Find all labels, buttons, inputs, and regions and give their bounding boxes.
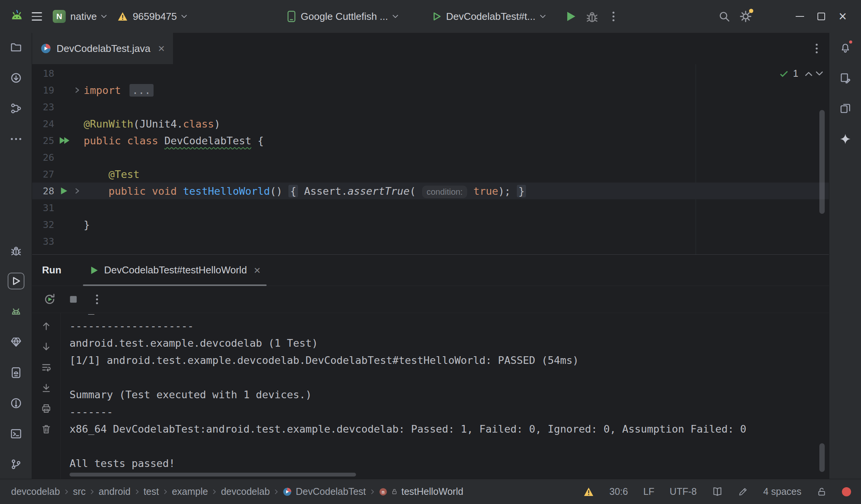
- code-line[interactable]: 18: [32, 65, 829, 82]
- debug-tool-button[interactable]: [8, 242, 24, 259]
- code-line[interactable]: 33: [32, 233, 829, 250]
- code-token: [84, 168, 108, 180]
- breadcrumb-item[interactable]: devcodelab: [11, 486, 60, 497]
- fold-chevron-icon[interactable]: [73, 187, 81, 195]
- version-control-tool-button[interactable]: [8, 456, 24, 473]
- indent-style[interactable]: 4 spaces: [763, 486, 801, 497]
- commit-tool-button[interactable]: [8, 69, 24, 86]
- terminal-tool-button[interactable]: [8, 425, 24, 442]
- code-line[interactable]: 32}: [32, 216, 829, 233]
- breadcrumb-item[interactable]: android: [99, 486, 130, 497]
- notifications-button[interactable]: [837, 39, 854, 56]
- problems-tool-button[interactable]: [8, 395, 24, 412]
- scroll-to-end-button[interactable]: [40, 382, 52, 394]
- project-tool-button[interactable]: [8, 39, 24, 56]
- debug-tool-icon: [10, 245, 22, 256]
- code-line[interactable]: 25public class DevCodelabTest {: [32, 132, 829, 149]
- structure-tool-button[interactable]: [8, 100, 24, 117]
- breadcrumb-item[interactable]: src: [73, 486, 86, 497]
- run-tool-button[interactable]: [8, 273, 24, 289]
- running-devices-button[interactable]: [837, 100, 854, 117]
- layout-inspector-button[interactable]: [837, 69, 854, 86]
- run-gutter-icon[interactable]: [59, 186, 69, 196]
- console-more-button[interactable]: [88, 290, 106, 309]
- unlock-icon: [817, 487, 827, 497]
- editor-tab-title: DevCodelabTest.java: [57, 43, 151, 55]
- code-token: @Test: [108, 168, 139, 180]
- stop-button[interactable]: [64, 290, 83, 309]
- rerun-button[interactable]: [40, 290, 59, 309]
- device-selector[interactable]: Google Cuttlefish ...: [282, 6, 403, 26]
- tab-options-button[interactable]: [815, 42, 818, 55]
- breadcrumb-item[interactable]: devcodelab: [221, 486, 270, 497]
- breadcrumb-item[interactable]: testHelloWorld: [401, 486, 463, 497]
- minimize-button[interactable]: [789, 6, 811, 27]
- code-token: ): [214, 118, 220, 130]
- stop-icon: [68, 294, 79, 305]
- highlighting-level-button[interactable]: [738, 487, 748, 497]
- run-tab[interactable]: DevCodelabTest#testHelloWorld ×: [83, 255, 267, 286]
- vcs-widget[interactable]: 9659b475: [112, 7, 192, 26]
- debug-button[interactable]: [581, 6, 603, 27]
- up-stack-trace-button[interactable]: [40, 320, 52, 332]
- analysis-status-button[interactable]: [583, 487, 594, 497]
- run-configuration-selector[interactable]: DevCodelabTest#t...: [426, 7, 551, 26]
- file-encoding[interactable]: UTF-8: [670, 486, 697, 497]
- more-actions-button[interactable]: [603, 6, 624, 27]
- print-button[interactable]: [40, 402, 52, 415]
- run-gutter-icon[interactable]: [59, 136, 70, 145]
- console-line: [70, 438, 829, 455]
- down-stack-trace-button[interactable]: [40, 341, 52, 353]
- editor-tab[interactable]: DevCodelabTest.java ×: [32, 33, 173, 64]
- logcat-tool-button[interactable]: [8, 303, 24, 320]
- code-line[interactable]: 19import ...: [32, 82, 829, 99]
- more-tool-windows-button[interactable]: [8, 131, 24, 147]
- run-button[interactable]: [560, 6, 581, 27]
- left-bar-top-group: [8, 33, 24, 147]
- search-everywhere-button[interactable]: [714, 6, 735, 27]
- console-line: Summary (Test executed with 1 devices.): [70, 386, 829, 403]
- code-line[interactable]: 23: [32, 99, 829, 115]
- breadcrumb-item[interactable]: DevCodelabTest: [296, 486, 366, 497]
- code-area[interactable]: 1819import ...2324@RunWith(JUnit4.class)…: [32, 65, 829, 250]
- project-widget[interactable]: N native: [47, 6, 112, 27]
- code-line[interactable]: 26: [32, 149, 829, 166]
- editor[interactable]: 1819import ...2324@RunWith(JUnit4.class)…: [32, 64, 829, 254]
- code-token: true: [473, 185, 498, 197]
- run-tab-close-icon[interactable]: ×: [254, 265, 261, 276]
- clear-console-button[interactable]: [40, 423, 52, 435]
- file-lock-button[interactable]: [817, 487, 827, 497]
- code-line[interactable]: 31: [32, 199, 829, 216]
- console-h-scrollbar[interactable]: [70, 473, 356, 477]
- console-viewport[interactable]: x86_64 DevCodelabTest-------------------…: [61, 313, 829, 479]
- search-icon: [718, 10, 730, 23]
- soft-wrap-button[interactable]: [40, 361, 52, 373]
- notification-badge-dot: [848, 40, 853, 44]
- console-line: All tests passed!: [70, 455, 829, 472]
- profile-button[interactable]: [756, 6, 778, 27]
- code-line[interactable]: 27 @Test: [32, 166, 829, 183]
- close-button[interactable]: ×: [832, 6, 853, 27]
- breadcrumb-item[interactable]: test: [144, 486, 159, 497]
- gemini-button[interactable]: [837, 131, 854, 147]
- next-problem-button[interactable]: [816, 71, 823, 76]
- device-manager-tool-button[interactable]: [8, 364, 24, 381]
- main-menu-button[interactable]: [26, 6, 47, 27]
- editor-scrollbar[interactable]: [819, 110, 825, 214]
- tab-close-icon[interactable]: ×: [158, 43, 165, 54]
- console-v-scrollbar[interactable]: [819, 443, 825, 472]
- fold-chevron-icon[interactable]: [73, 86, 81, 94]
- app-insights-tool-button[interactable]: [8, 334, 24, 351]
- settings-button[interactable]: [735, 6, 756, 27]
- breadcrumb-item[interactable]: example: [172, 486, 208, 497]
- console-output[interactable]: x86_64 DevCodelabTest-------------------…: [70, 313, 829, 472]
- code-line[interactable]: 24@RunWith(JUnit4.class): [32, 115, 829, 132]
- reader-mode-button[interactable]: [712, 487, 723, 497]
- caret-position[interactable]: 30:6: [609, 486, 628, 497]
- error-notification-dot[interactable]: [842, 487, 851, 496]
- code-line[interactable]: 28 public void testHelloWorld() { Assert…: [32, 183, 829, 199]
- prev-problem-button[interactable]: [805, 71, 812, 76]
- maximize-button[interactable]: [811, 6, 832, 27]
- run-panel-title: Run: [42, 264, 62, 276]
- line-separator[interactable]: LF: [643, 486, 654, 497]
